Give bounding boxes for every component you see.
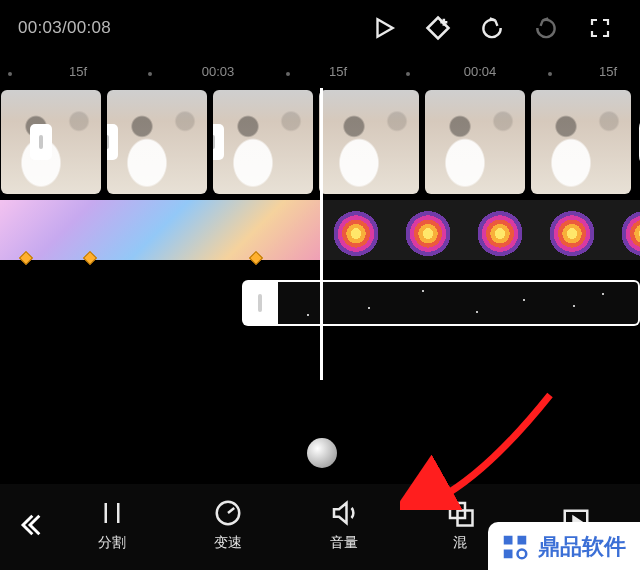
ruler-tick: 15f (599, 64, 617, 79)
timecode: 00:03/00:08 (18, 18, 111, 38)
svg-rect-6 (504, 550, 513, 559)
ruler-tick: 15f (69, 64, 87, 79)
svg-rect-5 (518, 536, 527, 545)
play-button[interactable] (362, 6, 406, 50)
keyframe-add-button[interactable] (416, 6, 460, 50)
ruler-tick: 00:04 (464, 64, 497, 79)
ruler-tick: 00:03 (202, 64, 235, 79)
transition-handle[interactable] (30, 124, 52, 160)
playhead[interactable] (320, 88, 323, 380)
video-clip[interactable] (319, 90, 419, 194)
video-clip[interactable] (107, 90, 207, 194)
effect-clip[interactable] (0, 200, 320, 260)
ruler-tick: 15f (329, 64, 347, 79)
watermark: 鼎品软件 (488, 522, 640, 570)
video-clip[interactable] (1, 90, 101, 194)
timeline-ruler[interactable]: 15f 00:03 15f 00:04 15f (0, 62, 640, 90)
undo-button[interactable] (470, 6, 514, 50)
tool-split[interactable]: 分割 (54, 498, 170, 552)
tool-label: 混 (453, 534, 467, 552)
transition-handle[interactable] (107, 124, 118, 160)
tool-speed[interactable]: 变速 (170, 498, 286, 552)
playhead-knob[interactable] (307, 438, 337, 468)
tool-label: 变速 (214, 534, 242, 552)
back-button[interactable] (6, 498, 54, 552)
overlay-trim-handle[interactable] (242, 280, 278, 326)
fullscreen-button[interactable] (578, 6, 622, 50)
video-clip[interactable] (213, 90, 313, 194)
redo-button (524, 6, 568, 50)
transition-handle[interactable] (213, 124, 224, 160)
tool-label: 音量 (330, 534, 358, 552)
svg-point-7 (518, 550, 527, 559)
svg-rect-4 (504, 536, 513, 545)
tool-volume[interactable]: 音量 (286, 498, 402, 552)
video-clip[interactable] (531, 90, 631, 194)
overlay-clip[interactable] (278, 280, 640, 326)
watermark-text: 鼎品软件 (538, 532, 626, 562)
effect-clip[interactable] (320, 200, 640, 260)
video-clip[interactable] (425, 90, 525, 194)
watermark-logo-icon (500, 532, 530, 562)
tool-label: 分割 (98, 534, 126, 552)
